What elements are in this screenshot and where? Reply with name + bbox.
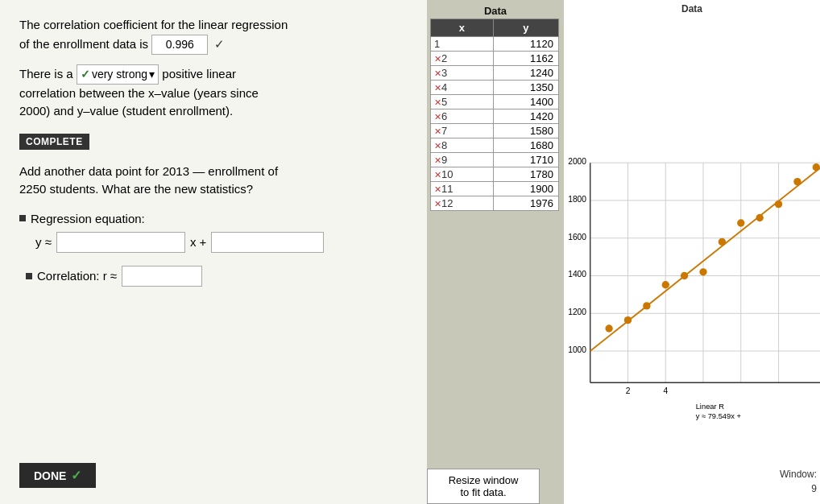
table-row: ✕21162 [431, 52, 559, 66]
table-cell-y: 1976 [493, 196, 558, 211]
regression-section: Regression equation: y ≈ x + [19, 212, 408, 253]
y-label-1200: 1200 [568, 308, 586, 316]
table-cell-y: 1680 [493, 138, 558, 153]
table-row: ✕51400 [431, 95, 559, 109]
table-cell-y: 1240 [493, 66, 558, 81]
regression-label: Regression equation: [19, 212, 408, 225]
data-point-12 [813, 163, 820, 171]
table-row: ✕121976 [431, 196, 559, 211]
table-cell-y: 1120 [493, 37, 558, 52]
table-row: ✕91710 [431, 153, 559, 167]
data-table: x y 11120✕21162✕31240✕41350✕51400✕61420✕… [430, 19, 559, 211]
x-mark-icon[interactable]: ✕ [434, 83, 441, 93]
corr-checkmark: ✓ [214, 37, 225, 51]
chart-title: Data [564, 0, 820, 18]
x-mark-icon[interactable]: ✕ [434, 155, 441, 165]
linear-reg-label: Linear R [696, 403, 725, 411]
table-row: ✕71580 [431, 124, 559, 138]
window-label: Window: [780, 469, 817, 480]
data-point-10 [775, 200, 782, 208]
table-cell-y: 1580 [493, 124, 558, 138]
correlation-r-input[interactable] [122, 266, 202, 287]
data-point-1 [605, 324, 612, 332]
data-point-7 [719, 238, 726, 246]
data-point-11 [793, 178, 801, 185]
regression-line [590, 168, 820, 351]
x-mark-icon[interactable]: ✕ [434, 126, 441, 136]
table-cell-y: 1400 [493, 95, 558, 109]
table-cell-y: 1162 [493, 52, 558, 66]
window-value: 9 [811, 483, 817, 494]
regression-intercept-input[interactable] [211, 232, 324, 253]
data-point-5 [681, 272, 688, 279]
col-y-header: y [493, 19, 558, 37]
data-point-2 [624, 316, 632, 324]
strength-text: There is a ✓ very strong ▾ positive line… [19, 64, 408, 121]
strength-dropdown[interactable]: ✓ very strong ▾ [77, 64, 159, 85]
data-point-3 [643, 302, 650, 309]
regression-eq-label: y ≈ 79.549x + [696, 412, 741, 420]
y-label-1800: 1800 [568, 195, 586, 204]
bullet-icon [19, 215, 26, 221]
table-cell-x: ✕9 [431, 153, 494, 167]
col-x-header: x [431, 19, 494, 37]
data-table-area: Data x y 11120✕21162✕31240✕41350✕51400✕6… [427, 0, 564, 504]
x-mark-icon[interactable]: ✕ [434, 184, 441, 194]
right-panel: Data x y 11120✕21162✕31240✕41350✕51400✕6… [427, 0, 820, 504]
corr-text: The correlation coefficient for the line… [19, 16, 408, 55]
done-button[interactable]: DONE ✓ [19, 463, 96, 488]
x-mark-icon[interactable]: ✕ [434, 141, 441, 151]
add-section: Add another data point for 2013 — enroll… [19, 163, 408, 199]
left-panel: The correlation coefficient for the line… [0, 0, 427, 504]
x-mark-icon[interactable]: ✕ [434, 97, 441, 107]
corr-value-input[interactable]: 0.996 [151, 35, 208, 55]
resize-button-label: Resize windowto fit data. [449, 474, 519, 498]
table-cell-x: 1 [431, 37, 494, 52]
x-mark-icon[interactable]: ✕ [434, 54, 441, 64]
table-row: ✕101780 [431, 167, 559, 182]
chart-svg: 2000 1800 1600 1400 1200 1000 2 4 [564, 18, 820, 504]
regression-slope-input[interactable] [56, 232, 185, 253]
correlation-section: The correlation coefficient for the line… [19, 16, 408, 121]
table-cell-x: ✕3 [431, 66, 494, 81]
y-label-2000: 2000 [568, 157, 586, 166]
table-cell-x: ✕7 [431, 124, 494, 138]
table-cell-x: ✕6 [431, 109, 494, 124]
bullet-icon-2 [26, 273, 32, 279]
table-cell-y: 1420 [493, 109, 558, 124]
chart-area: Data 2000 1800 1600 1400 1200 1000 [564, 0, 820, 504]
x-label-2: 2 [626, 386, 631, 395]
done-check-icon: ✓ [71, 468, 81, 483]
table-cell-x: ✕10 [431, 167, 494, 182]
table-row: ✕81680 [431, 138, 559, 153]
correlation-r-section: Correlation: r ≈ [19, 266, 408, 287]
y-label-1600: 1600 [568, 233, 586, 242]
table-row: ✕111900 [431, 182, 559, 196]
x-mark-icon[interactable]: ✕ [434, 68, 441, 78]
resize-window-button[interactable]: Resize windowto fit data. [427, 469, 540, 504]
table-cell-x: ✕12 [431, 196, 494, 211]
table-cell-x: ✕4 [431, 81, 494, 95]
x-label-4: 4 [663, 386, 668, 395]
table-cell-x: ✕11 [431, 182, 494, 196]
table-cell-x: ✕5 [431, 95, 494, 109]
x-mark-icon[interactable]: ✕ [434, 170, 441, 180]
data-point-9 [756, 214, 764, 221]
table-cell-x: ✕8 [431, 138, 494, 153]
table-cell-y: 1780 [493, 167, 558, 182]
data-point-8 [737, 219, 744, 226]
x-mark-icon[interactable]: ✕ [434, 112, 441, 122]
y-label-1000: 1000 [568, 345, 586, 354]
complete-badge: COMPLETE [19, 134, 408, 150]
table-row: 11120 [431, 37, 559, 52]
y-label-1400: 1400 [568, 270, 586, 279]
equation-row: y ≈ x + [35, 232, 408, 253]
data-point-4 [662, 281, 669, 288]
x-mark-icon[interactable]: ✕ [434, 199, 441, 209]
table-cell-y: 1900 [493, 182, 558, 196]
table-cell-x: ✕2 [431, 52, 494, 66]
window-label-container: Window: [780, 469, 817, 480]
table-row: ✕61420 [431, 109, 559, 124]
table-title: Data [427, 3, 564, 19]
data-point-6 [699, 268, 706, 275]
